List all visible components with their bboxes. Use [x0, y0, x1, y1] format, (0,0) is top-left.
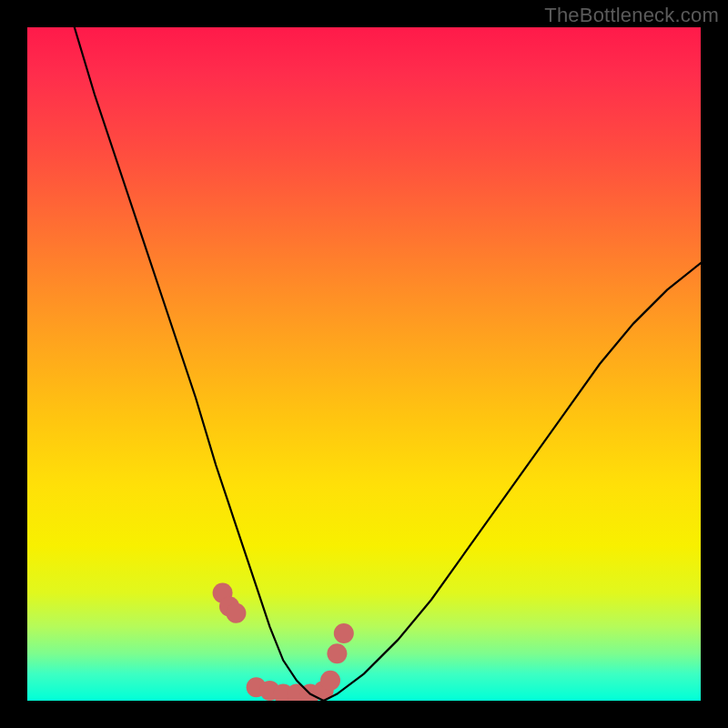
bottleneck-marker-group [213, 583, 354, 701]
chart-svg [27, 27, 701, 701]
plot-area [27, 27, 701, 701]
chart-container: TheBottleneck.com [0, 0, 728, 728]
watermark-text: TheBottleneck.com [544, 4, 719, 27]
bottleneck-marker [320, 671, 340, 691]
bottleneck-marker [327, 643, 347, 663]
bottleneck-marker [334, 623, 354, 643]
bottleneck-marker [226, 603, 246, 623]
main-curve-line [75, 27, 701, 701]
